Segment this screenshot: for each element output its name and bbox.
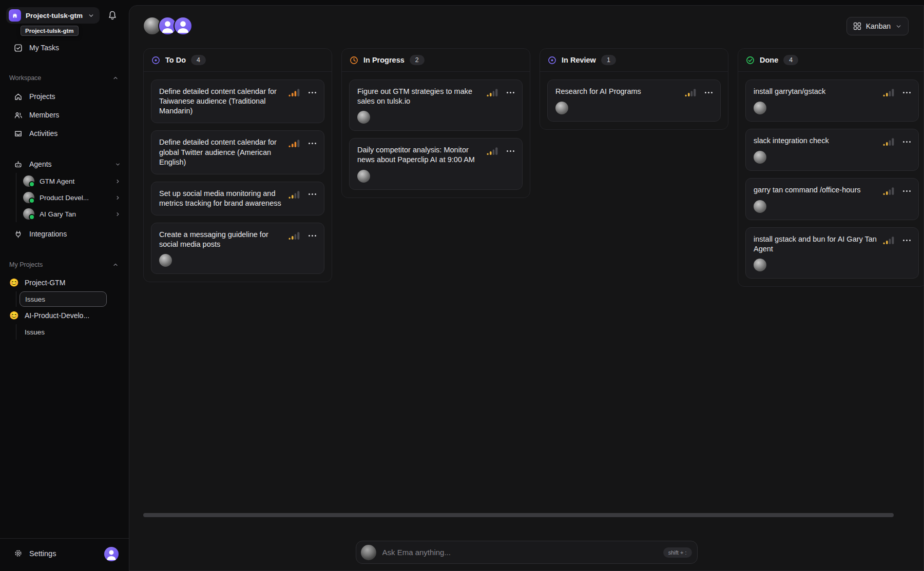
column-cards: install garrytan/gstackslack integration… xyxy=(738,72,924,286)
issues-label: Issues xyxy=(25,328,45,336)
card-menu-button[interactable] xyxy=(309,190,316,199)
gear-icon xyxy=(14,549,23,558)
column-name: Done xyxy=(760,56,778,64)
horizontal-scrollbar[interactable] xyxy=(143,513,894,517)
workspace-section-header[interactable]: Workspace xyxy=(0,72,129,84)
task-card[interactable]: Define detailed content calendar for Tai… xyxy=(151,80,324,123)
assignee-avatar[interactable] xyxy=(159,254,172,267)
plug-icon xyxy=(14,230,23,239)
card-menu-button[interactable] xyxy=(903,137,911,146)
member-avatar[interactable] xyxy=(174,16,192,35)
workspace-switcher-button[interactable]: Project-tulsk-gtm xyxy=(6,7,100,24)
card-menu-button[interactable] xyxy=(309,88,316,96)
assignee-avatar[interactable] xyxy=(357,170,370,183)
sidebar-item-label: Members xyxy=(29,111,59,119)
task-card[interactable]: Create a messaging guideline for social … xyxy=(151,223,324,274)
sidebar-project-ai-product-development[interactable]: 😊 AI-Product-Develo... xyxy=(0,308,129,323)
task-card[interactable]: slack integration check xyxy=(745,129,919,171)
card-title: Set up social media monitoring and metri… xyxy=(159,189,282,208)
view-switcher-kanban[interactable]: Kanban xyxy=(846,17,909,35)
task-card[interactable]: Define detailed content calendar for glo… xyxy=(151,130,324,174)
card-menu-button[interactable] xyxy=(903,187,911,195)
task-card[interactable]: garry tan command /office-hours xyxy=(745,178,919,220)
status-done-icon xyxy=(746,56,755,65)
assistant-chat-bar: shift + : xyxy=(356,541,698,564)
sidebar-item-my-tasks[interactable]: My Tasks xyxy=(0,40,129,55)
assignee-avatar[interactable] xyxy=(555,102,568,114)
column-name: In Progress xyxy=(363,56,405,64)
task-card[interactable]: install gstack and bun for AI Gary Tan A… xyxy=(745,227,919,279)
card-menu-button[interactable] xyxy=(309,231,316,240)
issues-label: Issues xyxy=(25,296,45,303)
task-card[interactable]: Figure out GTM strategies to make sales … xyxy=(349,80,523,131)
card-menu-button[interactable] xyxy=(507,147,514,155)
main-panel: Kanban To Do4Define detailed content cal… xyxy=(129,5,924,571)
priority-medium-icon xyxy=(487,88,498,97)
sidebar-project-gtm-issues[interactable]: Issues xyxy=(20,291,107,307)
task-card[interactable]: install garrytan/gstack xyxy=(745,80,919,122)
column-count-badge: 4 xyxy=(191,55,206,65)
kanban-board: To Do4Define detailed content calendar f… xyxy=(143,48,923,287)
card-title: Define detailed content calendar for glo… xyxy=(159,137,282,167)
chevron-down-icon xyxy=(895,23,902,30)
assignee-avatar[interactable] xyxy=(357,111,370,124)
card-title: Create a messaging guideline for social … xyxy=(159,230,282,249)
task-card[interactable]: Set up social media monitoring and metri… xyxy=(151,182,324,215)
sidebar-item-projects[interactable]: Projects xyxy=(0,89,129,104)
sidebar-project-ai-product-issues[interactable]: Issues xyxy=(20,324,107,340)
sidebar-item-agents[interactable]: Agents xyxy=(0,156,129,172)
sidebar-project-gtm[interactable]: 😊 Project-GTM xyxy=(0,275,129,290)
agent-avatar xyxy=(23,192,34,203)
card-title: Research for AI Programs xyxy=(555,87,679,97)
chevron-down-icon xyxy=(115,162,121,167)
my-projects-section-header[interactable]: My Projects xyxy=(0,259,129,271)
status-in-review-icon xyxy=(548,56,556,65)
assignee-avatar[interactable] xyxy=(754,151,766,164)
column-name: To Do xyxy=(165,56,186,64)
sidebar-item-label: Integrations xyxy=(29,230,67,238)
card-menu-button[interactable] xyxy=(903,236,911,244)
column-header: In Progress2 xyxy=(342,49,530,72)
board-member-avatars[interactable] xyxy=(143,16,192,35)
priority-medium-icon xyxy=(883,236,895,245)
chevron-up-icon xyxy=(112,262,119,268)
card-menu-button[interactable] xyxy=(309,139,316,147)
sidebar-agent-ai-gary-tan[interactable]: AI Gary Tan xyxy=(16,206,129,222)
project-name: Project-GTM xyxy=(25,279,65,287)
board-column-in-review: In Review1Research for AI Programs xyxy=(540,48,728,130)
task-card[interactable]: Daily competitor analysis: Monitor news … xyxy=(349,138,523,189)
assignee-avatar[interactable] xyxy=(754,200,766,213)
project-name: AI-Product-Develo... xyxy=(25,311,89,320)
sidebar-item-label: Projects xyxy=(29,92,55,101)
priority-medium-icon xyxy=(288,231,300,240)
chevron-right-icon xyxy=(115,211,121,217)
sidebar-item-label: Agents xyxy=(29,160,108,168)
priority-high-icon xyxy=(288,88,300,97)
sidebar-item-integrations[interactable]: Integrations xyxy=(0,226,129,242)
ask-ema-input[interactable] xyxy=(382,548,657,557)
agent-name: AI Gary Tan xyxy=(40,210,110,218)
user-avatar[interactable] xyxy=(104,547,119,561)
task-card[interactable]: Research for AI Programs xyxy=(547,80,721,122)
agent-avatar xyxy=(23,208,34,220)
sidebar-agent-product-development[interactable]: Product Devel... xyxy=(16,189,129,206)
notifications-bell-icon[interactable] xyxy=(107,10,118,21)
card-menu-button[interactable] xyxy=(705,88,713,96)
chevron-down-icon xyxy=(88,12,94,19)
priority-medium-icon xyxy=(487,147,498,155)
section-label: Workspace xyxy=(9,74,112,82)
priority-medium-icon xyxy=(883,187,895,195)
home-icon xyxy=(14,92,23,101)
sidebar-item-members[interactable]: Members xyxy=(0,107,129,123)
chevron-right-icon xyxy=(115,195,121,201)
column-header: Done4 xyxy=(738,49,924,72)
assignee-avatar[interactable] xyxy=(754,259,766,271)
sidebar-agent-gtm-agent[interactable]: GTM Agent xyxy=(16,173,129,189)
sidebar-item-activities[interactable]: Activities xyxy=(0,126,129,141)
settings-button[interactable]: Settings xyxy=(14,549,56,558)
card-menu-button[interactable] xyxy=(507,88,514,96)
card-menu-button[interactable] xyxy=(903,88,911,96)
agent-name: GTM Agent xyxy=(40,178,110,185)
chevron-right-icon xyxy=(115,179,121,184)
assignee-avatar[interactable] xyxy=(754,102,766,114)
